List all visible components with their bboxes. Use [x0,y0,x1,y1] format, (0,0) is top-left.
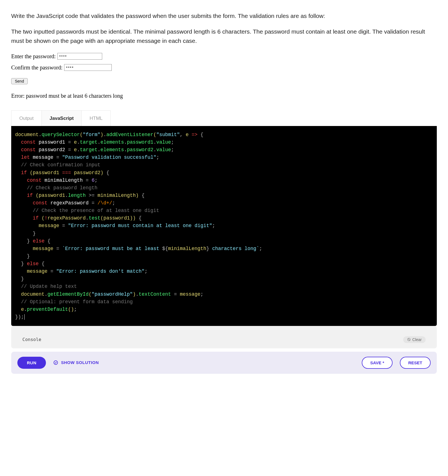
reset-button[interactable]: RESET [400,357,431,369]
tab-output[interactable]: Output [11,110,42,126]
confirm-password-label: Confirm the password: [11,63,62,72]
tab-javascript[interactable]: JavaScript [42,110,82,126]
show-solution-button[interactable]: SHOW SOLUTION [53,359,99,366]
example-output-preview: Enter the password: Confirm the password… [11,52,437,100]
clear-console-button[interactable]: Clear [403,336,426,343]
code-editor[interactable]: document.querySelector("form").addEventL… [11,126,437,326]
clear-icon [407,338,411,341]
console-title: Console [22,336,41,343]
console-panel: Console Clear [16,331,432,348]
enter-password-label: Enter the password: [11,52,56,61]
action-bar: RUN SHOW SOLUTION SAVE * RESET [11,352,437,374]
check-circle-icon [53,360,58,365]
validation-error-text: Error: password must be at least 6 chara… [11,91,437,100]
run-button[interactable]: RUN [17,357,46,369]
instruction-paragraph-2: The two inputted passwords must be ident… [11,27,437,46]
show-solution-label: SHOW SOLUTION [61,359,99,366]
send-button[interactable]: Send [11,78,28,84]
confirm-password-field[interactable] [64,64,112,71]
clear-label: Clear [412,337,422,342]
tab-html[interactable]: HTML [82,110,111,126]
editor-tabs: Output JavaScript HTML [11,110,437,126]
enter-password-field[interactable] [57,53,102,60]
instruction-paragraph-1: Write the JavaScript code that validates… [11,11,437,21]
save-button[interactable]: SAVE * [362,357,393,369]
svg-line-1 [408,339,410,341]
